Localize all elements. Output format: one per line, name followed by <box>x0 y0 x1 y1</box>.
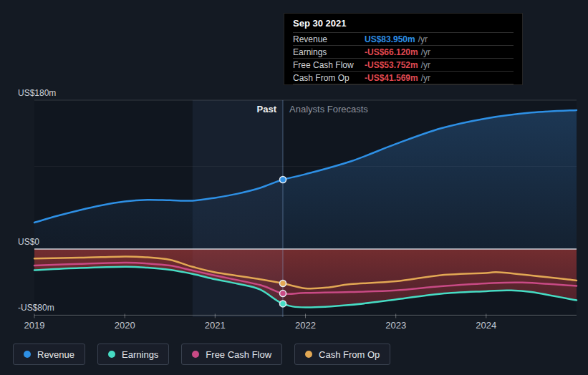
legend-item-label: Free Cash Flow <box>206 349 271 360</box>
tooltip-unit: /yr <box>421 60 430 70</box>
y-axis-label: US$180m <box>18 88 56 98</box>
chart-legend: Revenue Earnings Free Cash Flow Cash Fro… <box>13 344 390 365</box>
legend-item-earnings[interactable]: Earnings <box>97 344 169 365</box>
legend-item-label: Earnings <box>122 349 158 360</box>
marker-earnings <box>280 301 286 307</box>
tooltip-value: -US$53.752m <box>365 60 418 70</box>
x-axis-label: 2020 <box>103 320 146 331</box>
forecast-section-label: Analysts Forecasts <box>289 104 368 115</box>
tooltip-date: Sep 30 2021 <box>293 14 514 32</box>
y-axis-label: -US$80m <box>18 303 54 313</box>
revenue-color-dot-icon <box>24 351 31 358</box>
tooltip-row-earnings: Earnings -US$66.120m /yr <box>293 45 514 58</box>
marker-free-cash-flow <box>280 291 286 297</box>
tooltip-label: Earnings <box>293 47 365 57</box>
legend-item-label: Cash From Op <box>319 349 380 360</box>
marker-cash-from-op <box>280 281 286 287</box>
free-cash-flow-color-dot-icon <box>192 351 199 358</box>
tooltip-value: US$83.950m <box>365 34 415 44</box>
tooltip-row-cash-from-op: Cash From Op -US$41.569m /yr <box>293 71 514 84</box>
x-axis-label: 2023 <box>375 320 418 331</box>
cash-from-op-color-dot-icon <box>305 351 312 358</box>
app-window: US$180mUS$0-US$80m2019202020212022202320… <box>0 0 588 375</box>
tooltip-unit: /yr <box>421 73 430 83</box>
marker-revenue <box>280 177 286 183</box>
x-axis-label: 2022 <box>284 320 327 331</box>
y-axis-label: US$0 <box>18 237 39 247</box>
tooltip-unit: /yr <box>418 34 428 44</box>
earnings-color-dot-icon <box>108 351 115 358</box>
x-axis-label: 2024 <box>465 320 508 331</box>
x-axis-label: 2019 <box>13 320 56 331</box>
tooltip-label: Free Cash Flow <box>293 60 365 70</box>
legend-item-revenue[interactable]: Revenue <box>13 344 85 365</box>
legend-item-free-cash-flow[interactable]: Free Cash Flow <box>181 344 282 365</box>
tooltip-row-revenue: Revenue US$83.950m /yr <box>293 32 514 45</box>
legend-item-label: Revenue <box>37 349 74 360</box>
tooltip-label: Cash From Op <box>293 73 365 83</box>
tooltip-label: Revenue <box>293 34 365 44</box>
legend-item-cash-from-op[interactable]: Cash From Op <box>294 344 390 365</box>
tooltip-row-free-cash-flow: Free Cash Flow -US$53.752m /yr <box>293 58 514 71</box>
x-axis-label: 2021 <box>193 320 236 331</box>
past-section-label: Past <box>169 104 276 115</box>
tooltip-value: -US$41.569m <box>365 73 418 83</box>
chart-tooltip: Sep 30 2021 Revenue US$83.950m /yr Earni… <box>284 13 523 85</box>
tooltip-unit: /yr <box>421 47 430 57</box>
tooltip-value: -US$66.120m <box>365 47 418 57</box>
